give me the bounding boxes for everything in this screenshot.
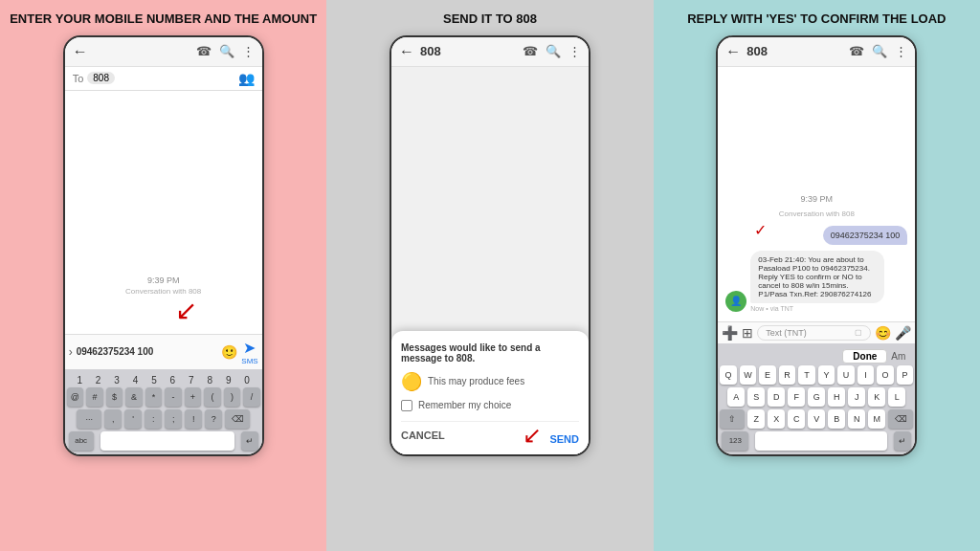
- k3-g[interactable]: G: [808, 387, 825, 407]
- k3-o[interactable]: O: [877, 365, 894, 385]
- k3-h[interactable]: H: [828, 387, 845, 407]
- k3-d[interactable]: D: [768, 387, 785, 407]
- key-6[interactable]: 6: [164, 375, 182, 386]
- phone-icon-2[interactable]: ☎: [523, 44, 538, 58]
- emoji-icon-1[interactable]: 🙂: [221, 344, 237, 360]
- key-0[interactable]: 0: [238, 375, 256, 386]
- cancel-button[interactable]: CANCEL: [401, 430, 445, 447]
- k3-b[interactable]: B: [828, 409, 845, 429]
- mic-icon-3[interactable]: 🎤: [895, 325, 911, 341]
- done-button[interactable]: Done: [842, 349, 887, 364]
- to-value[interactable]: 808: [87, 72, 115, 84]
- k3-f[interactable]: F: [788, 387, 805, 407]
- more-icon[interactable]: ⋮: [242, 44, 255, 58]
- key-3[interactable]: 3: [108, 375, 126, 386]
- contact-avatar: 👤: [725, 291, 746, 312]
- k3-n[interactable]: N: [848, 409, 865, 429]
- search-icon-3[interactable]: 🔍: [872, 44, 887, 58]
- more-icon-2[interactable]: ⋮: [568, 44, 581, 58]
- key-7[interactable]: 7: [182, 375, 200, 386]
- key-exclam[interactable]: !: [185, 409, 202, 429]
- key-apos[interactable]: ': [124, 409, 142, 429]
- key-comma[interactable]: ,: [104, 409, 122, 429]
- key-abc[interactable]: abc: [69, 431, 94, 451]
- key-4[interactable]: 4: [126, 375, 145, 386]
- key-backspace[interactable]: ⌫: [225, 409, 250, 429]
- k3-e[interactable]: E: [759, 365, 776, 385]
- key-more-sym[interactable]: ···: [77, 409, 101, 429]
- input-row-1[interactable]: › 09462375234 100 🙂 ➤ SMS: [65, 334, 262, 369]
- key-semi[interactable]: ;: [165, 409, 182, 429]
- k3-c[interactable]: C: [788, 409, 805, 429]
- key-colon[interactable]: :: [145, 409, 162, 429]
- more-icon-3[interactable]: ⋮: [895, 44, 907, 58]
- k3-enter[interactable]: ↵: [894, 431, 911, 451]
- k3-a[interactable]: A: [727, 387, 745, 407]
- message-input-1[interactable]: 09462375234 100: [77, 346, 218, 357]
- panel-1-title: ENTER YOUR MOBILE NUMBER AND THE AMOUNT: [10, 11, 317, 28]
- contacts-icon[interactable]: 👥: [238, 71, 255, 86]
- phone-icon[interactable]: ☎: [196, 44, 212, 58]
- key-1[interactable]: 1: [71, 375, 89, 386]
- k3-k[interactable]: K: [868, 387, 885, 407]
- plus-icon-3[interactable]: ➕: [722, 325, 738, 341]
- k3-backspace[interactable]: ⌫: [888, 409, 913, 429]
- back-icon[interactable]: ←: [73, 43, 88, 60]
- k3-123[interactable]: 123: [722, 431, 748, 451]
- k3-q[interactable]: Q: [720, 365, 737, 385]
- phone-2-topbar: ← 808 ☎ 🔍 ⋮: [391, 37, 589, 67]
- tnt-label: ▢: [855, 328, 862, 337]
- key-9[interactable]: 9: [219, 375, 237, 386]
- key-space[interactable]: [100, 431, 234, 451]
- key-quest[interactable]: ?: [205, 409, 222, 429]
- k3-y[interactable]: Y: [818, 365, 835, 385]
- key-amp[interactable]: &: [125, 387, 143, 407]
- attach-icon-3[interactable]: ⊞: [742, 325, 753, 341]
- key-enter[interactable]: ↵: [241, 431, 258, 451]
- key-paren-r[interactable]: ): [224, 387, 241, 407]
- k3-u[interactable]: U: [837, 365, 855, 385]
- k3-l[interactable]: L: [888, 387, 905, 407]
- expand-icon[interactable]: ›: [69, 345, 73, 359]
- search-icon[interactable]: 🔍: [219, 44, 234, 58]
- key-5[interactable]: 5: [145, 375, 163, 386]
- phone-icon-3[interactable]: ☎: [849, 44, 864, 58]
- key-8[interactable]: 8: [201, 375, 219, 386]
- key-hash[interactable]: #: [86, 387, 103, 407]
- warning-icon: 🟡: [401, 371, 422, 392]
- k3-space[interactable]: [755, 431, 887, 451]
- key-at[interactable]: @: [67, 387, 84, 407]
- k3-z[interactable]: Z: [747, 409, 765, 429]
- remember-checkbox[interactable]: [401, 400, 412, 411]
- to-label: To: [73, 73, 84, 84]
- text-input-3[interactable]: Text (TNT) ▢: [757, 325, 871, 341]
- emoji-icon-3[interactable]: 😊: [875, 325, 891, 341]
- am-label: Am: [887, 349, 909, 364]
- k3-x[interactable]: X: [768, 409, 785, 429]
- back-icon-3[interactable]: ←: [725, 43, 741, 60]
- key-paren-l[interactable]: (: [204, 387, 221, 407]
- back-icon-2[interactable]: ←: [399, 43, 414, 60]
- k3-m[interactable]: M: [868, 409, 885, 429]
- key-dash[interactable]: -: [165, 387, 182, 407]
- send-sms-button[interactable]: ➤ SMS: [241, 339, 257, 365]
- key-plus[interactable]: +: [185, 387, 202, 407]
- k3-t[interactable]: T: [798, 365, 815, 385]
- k3-i[interactable]: I: [858, 365, 875, 385]
- phone-3: ← 808 ☎ 🔍 ⋮ 9:39 PM Conversation with 80…: [716, 35, 917, 456]
- send-button[interactable]: SEND: [549, 433, 579, 445]
- input-bar-3[interactable]: ➕ ⊞ Text (TNT) ▢ 😊 🎤: [718, 321, 915, 343]
- red-arrow-2-icon: ↙: [523, 422, 542, 449]
- k3-shift[interactable]: ⇧: [720, 409, 745, 429]
- key-2[interactable]: 2: [89, 375, 107, 386]
- k3-v[interactable]: V: [808, 409, 825, 429]
- k3-r[interactable]: R: [779, 365, 796, 385]
- key-slash[interactable]: /: [243, 387, 260, 407]
- k3-w[interactable]: W: [740, 365, 757, 385]
- key-dollar[interactable]: $: [106, 387, 123, 407]
- key-star[interactable]: *: [145, 387, 163, 407]
- k3-p[interactable]: P: [897, 365, 914, 385]
- k3-j[interactable]: J: [848, 387, 865, 407]
- search-icon-2[interactable]: 🔍: [546, 44, 561, 58]
- k3-s[interactable]: S: [747, 387, 765, 407]
